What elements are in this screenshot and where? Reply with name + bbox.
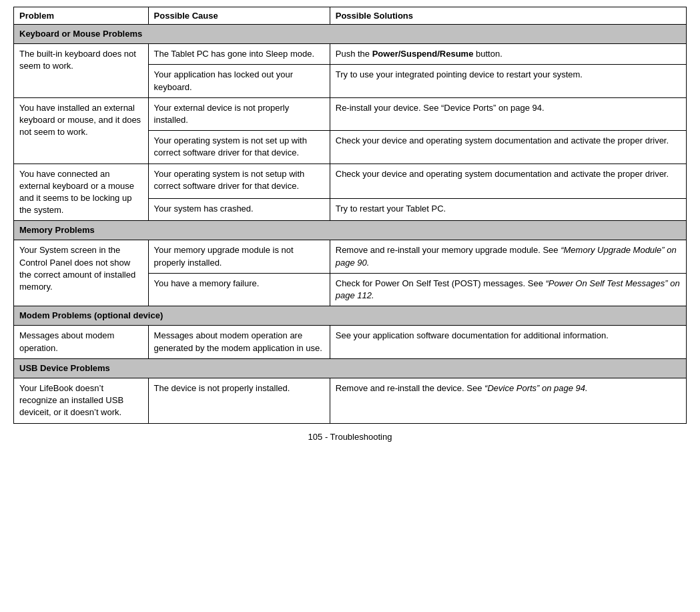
problem-cell: The built-in keyboard does not seem to w…	[14, 44, 149, 98]
cause-cell: Your system has crashed.	[148, 199, 330, 221]
solution-cell: Check your device and operating system d…	[330, 131, 686, 164]
solution-cell: See your application software documentat…	[330, 326, 686, 358]
cause-cell: You have a memory failure.	[148, 273, 330, 306]
solution-cell: Re-install your device. See “Device Port…	[330, 97, 686, 130]
table-row: Your LifeBook doesn’t recognize an insta…	[14, 378, 687, 423]
page-footer: 105 - Troubleshooting	[308, 432, 392, 442]
header-solution: Possible Solutions	[330, 7, 686, 25]
section-header-keyboard: Keyboard or Mouse Problems	[14, 25, 687, 44]
cause-cell: Your operating system is not setup with …	[148, 164, 330, 199]
cause-cell: The device is not properly installed.	[148, 378, 330, 423]
problem-cell: Messages about modem operation.	[14, 326, 149, 358]
main-table: Problem Possible Cause Possible Solution…	[13, 7, 687, 424]
table-row: The built-in keyboard does not seem to w…	[14, 44, 687, 65]
section-label-keyboard: Keyboard or Mouse Problems	[14, 25, 687, 44]
section-label-modem: Modem Problems (optional device)	[14, 306, 687, 326]
section-label-memory: Memory Problems	[14, 221, 687, 240]
solution-cell: Check for Power On Self Test (POST) mess…	[330, 273, 686, 306]
problem-cell: You have installed an external keyboard …	[14, 97, 149, 164]
cause-cell: Messages about modem operation are gener…	[148, 326, 330, 358]
solution-cell: Remove and re-install the device. See “D…	[330, 378, 686, 423]
section-header-modem: Modem Problems (optional device)	[14, 306, 687, 326]
solution-cell: Try to use your integrated pointing devi…	[330, 65, 686, 97]
section-header-usb: USB Device Problems	[14, 358, 687, 378]
cause-cell: The Tablet PC has gone into Sleep mode.	[148, 44, 330, 65]
solution-cell: Push the Power/Suspend/Resume button.	[330, 44, 686, 65]
table-row: You have installed an external keyboard …	[14, 97, 687, 130]
footer-text: 105 - Troubleshooting	[308, 432, 392, 442]
cause-cell: Your operating system is not set up with…	[148, 131, 330, 164]
solution-cell: Remove and re-install your memory upgrad…	[330, 240, 686, 273]
table-row: You have connected an external keyboard …	[14, 164, 687, 199]
header-problem: Problem	[14, 7, 149, 25]
cause-cell: Your application has locked out your key…	[148, 65, 330, 97]
header-cause: Possible Cause	[148, 7, 330, 25]
solution-cell: Check your device and operating system d…	[330, 164, 686, 199]
cause-cell: Your external device is not properly ins…	[148, 97, 330, 130]
problem-cell: Your System screen in the Control Panel …	[14, 240, 149, 306]
section-label-usb: USB Device Problems	[14, 358, 687, 378]
section-header-memory: Memory Problems	[14, 221, 687, 240]
problem-cell: Your LifeBook doesn’t recognize an insta…	[14, 378, 149, 423]
solution-cell: Try to restart your Tablet PC.	[330, 199, 686, 221]
cause-cell: Your memory upgrade module is not proper…	[148, 240, 330, 273]
problem-cell: You have connected an external keyboard …	[14, 164, 149, 221]
table-row: Your System screen in the Control Panel …	[14, 240, 687, 273]
table-row: Messages about modem operation.Messages …	[14, 326, 687, 358]
